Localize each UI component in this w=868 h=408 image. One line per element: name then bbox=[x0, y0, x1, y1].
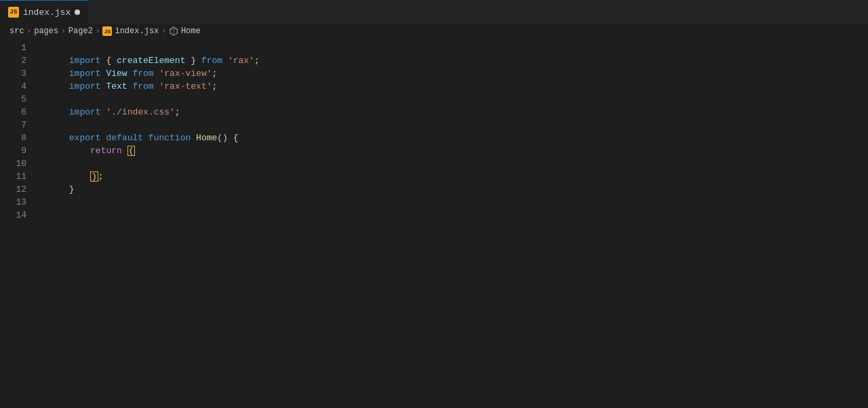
breadcrumb-sep-1: › bbox=[27, 27, 32, 35]
code-line-4: 4 bbox=[0, 80, 868, 93]
code-line-3: 3 import Text from 'rax-text'; bbox=[0, 67, 868, 80]
js-file-icon: JS bbox=[8, 7, 19, 18]
code-line-8: 8 return ( bbox=[0, 131, 868, 144]
code-line-5: 5 import './index.css'; bbox=[0, 93, 868, 106]
tab-bar: JS index.jsx bbox=[0, 0, 868, 24]
line-number-3: 3 bbox=[0, 67, 37, 80]
line-number-7: 7 bbox=[0, 119, 37, 131]
breadcrumb: src › pages › Page2 › JS index.jsx › Hom… bbox=[0, 24, 868, 39]
code-line-14: 14 bbox=[0, 209, 868, 222]
code-line-11: 11 } bbox=[0, 170, 868, 183]
line-number-13: 13 bbox=[0, 196, 37, 209]
code-line-9: 9 bbox=[0, 144, 868, 157]
code-line-1: 1 import { createElement } from 'rax'; bbox=[0, 41, 868, 54]
line-number-10: 10 bbox=[0, 157, 37, 170]
line-number-8: 8 bbox=[0, 131, 37, 144]
line-number-5: 5 bbox=[0, 93, 37, 106]
tab-filename: index.jsx bbox=[23, 7, 71, 18]
code-line-10: 10 ); bbox=[0, 157, 868, 170]
line-number-1: 1 bbox=[0, 41, 37, 54]
unsaved-dot bbox=[75, 9, 80, 15]
breadcrumb-sep-4: › bbox=[161, 27, 166, 35]
breadcrumb-sep-3: › bbox=[96, 27, 100, 35]
line-number-2: 2 bbox=[0, 54, 37, 67]
line-number-14: 14 bbox=[0, 209, 37, 222]
code-line-7: 7 export default function Home() { bbox=[0, 119, 868, 131]
line-number-6: 6 bbox=[0, 106, 37, 119]
code-line-12: 12 bbox=[0, 183, 868, 196]
breadcrumb-pages: pages bbox=[34, 26, 58, 36]
breadcrumb-cube-icon bbox=[169, 26, 178, 36]
breadcrumb-home: Home bbox=[181, 26, 201, 36]
code-line-13: 13 bbox=[0, 196, 868, 209]
breadcrumb-src: src bbox=[9, 26, 24, 36]
code-line-6: 6 bbox=[0, 106, 868, 119]
line-number-12: 12 bbox=[0, 183, 37, 196]
breadcrumb-indexjsx: index.jsx bbox=[115, 26, 159, 36]
line-number-11: 11 bbox=[0, 170, 37, 183]
breadcrumb-js-icon: JS bbox=[102, 26, 112, 36]
line-number-4: 4 bbox=[0, 80, 37, 93]
editor-content: 1 import { createElement } from 'rax'; 2… bbox=[0, 39, 868, 408]
breadcrumb-sep-2: › bbox=[61, 27, 66, 35]
tab-index-jsx[interactable]: JS index.jsx bbox=[0, 0, 88, 24]
line-number-9: 9 bbox=[0, 144, 37, 157]
breadcrumb-page2: Page2 bbox=[68, 26, 93, 36]
code-line-2: 2 import View from 'rax-view'; bbox=[0, 54, 868, 67]
